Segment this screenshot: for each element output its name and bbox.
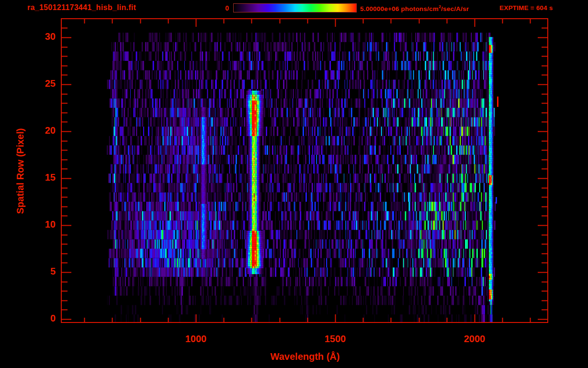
- colorbar-units-rest: /sec/A/sr: [441, 5, 469, 12]
- colorbar-min-label: 0: [211, 4, 229, 12]
- x-tick-label: 2000: [464, 334, 486, 345]
- y-tick-label: 0: [29, 313, 56, 324]
- spectrogram-heatmap: [61, 18, 548, 323]
- colorbar-gradient: [233, 3, 357, 12]
- y-tick-label: 10: [29, 219, 56, 230]
- colorbar-units: photons/cm: [399, 5, 438, 12]
- x-tick-label: 1500: [325, 334, 346, 345]
- y-tick-label: 30: [29, 31, 56, 42]
- spectrogram-viewer: { "header": { "title": "ra_150121173441_…: [0, 0, 588, 368]
- x-axis-title: Wavelength (Å): [271, 351, 340, 362]
- colorbar-max-value: 5.00000e+06: [360, 5, 399, 12]
- y-tick-label: 20: [29, 125, 56, 136]
- plot-title: ra_150121173441_hisb_lin.fit: [27, 3, 136, 12]
- exptime-label: EXPTIME = 604 s: [499, 4, 553, 12]
- colorbar-max-label: 5.00000e+06 photons/cm2/sec/A/sr: [360, 4, 469, 12]
- y-axis-title: Spatial Row (Pixel): [15, 128, 26, 214]
- x-tick-label: 1000: [185, 334, 207, 345]
- y-tick-label: 15: [29, 172, 56, 183]
- y-tick-label: 25: [29, 78, 56, 89]
- y-tick-label: 5: [29, 266, 56, 277]
